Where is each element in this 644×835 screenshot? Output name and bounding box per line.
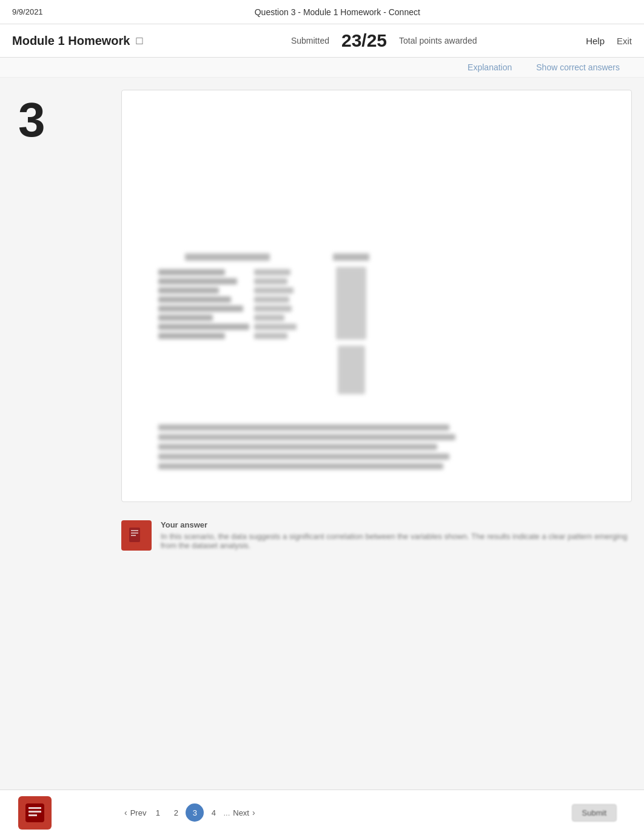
blurred-value-3	[254, 287, 293, 293]
next-button[interactable]: Next ›	[233, 808, 255, 817]
blurred-footer-text	[158, 424, 455, 469]
blurred-chart-left	[158, 253, 297, 394]
answer-icon	[121, 520, 152, 551]
blurred-values-col	[254, 269, 297, 339]
answer-text: In this scenario, the data suggests a si…	[161, 532, 632, 550]
blurred-value-4	[254, 297, 289, 303]
blurred-line-1	[158, 269, 225, 275]
bottom-toolbar: ‹ Prev 1 2 3 4 ... Next › Submit	[0, 790, 644, 835]
header-center: Submitted 23/25 Total points awarded	[260, 30, 508, 51]
blurred-value-2	[254, 278, 287, 284]
svg-rect-1	[131, 530, 138, 531]
svg-rect-7	[29, 814, 37, 816]
sub-header: Explanation Show correct answers	[0, 58, 644, 78]
logo-icon	[24, 802, 45, 823]
blurred-value-6	[254, 315, 284, 321]
nav-numbers: 1 2 3 4 ...	[149, 803, 230, 822]
next-arrow-icon: ›	[252, 808, 255, 817]
answer-doc-icon	[127, 526, 146, 545]
question-number: 3	[12, 90, 109, 150]
blurred-label-row	[158, 269, 249, 275]
svg-rect-3	[131, 535, 136, 536]
blurred-value-7	[254, 324, 297, 330]
question-area: Your answer In this scenario, the data s…	[121, 90, 632, 557]
blurred-footer-line-2	[158, 434, 455, 440]
date-label: 9/9/2021	[12, 7, 43, 16]
help-button[interactable]: Help	[586, 36, 605, 46]
page-title: Question 3 - Module 1 Homework - Connect	[255, 7, 420, 17]
bookmark-icon[interactable]: □	[136, 35, 143, 47]
blurred-image-placeholder	[134, 114, 619, 478]
answer-text-area: Your answer In this scenario, the data s…	[161, 520, 632, 550]
blurred-footer-line-4	[158, 454, 449, 460]
blurred-footer-line-5	[158, 463, 443, 469]
blurred-question-content	[134, 114, 619, 478]
explanation-button[interactable]: Explanation	[468, 62, 512, 72]
total-points-label: Total points awarded	[399, 36, 477, 45]
blurred-line-3	[158, 287, 219, 293]
nav-num-1[interactable]: 1	[149, 804, 166, 821]
answer-label: Your answer	[161, 520, 632, 529]
blurred-label-row	[158, 297, 249, 303]
header-right: Help Exit	[508, 36, 632, 46]
prev-label: Prev	[130, 808, 147, 817]
blurred-bar-1	[336, 267, 366, 340]
blurred-label-row	[158, 324, 249, 330]
blurred-chart-title	[185, 253, 270, 261]
prev-button[interactable]: ‹ Prev	[124, 808, 146, 817]
blurred-chart-area	[158, 253, 369, 394]
blurred-line-4	[158, 297, 231, 303]
nav-num-4[interactable]: 4	[205, 804, 222, 821]
svg-rect-2	[131, 532, 138, 534]
blurred-line-8	[158, 333, 225, 339]
blurred-label-row	[158, 306, 249, 312]
blurred-label-row	[158, 287, 249, 293]
svg-rect-6	[29, 811, 41, 813]
answer-section: Your answer In this scenario, the data s…	[121, 514, 632, 557]
blurred-line-5	[158, 306, 243, 312]
question-meta	[12, 150, 103, 158]
blurred-footer-line-1	[158, 424, 449, 431]
left-sidebar: 3	[12, 90, 109, 557]
question-image-container	[121, 90, 632, 502]
blurred-value-1	[254, 269, 290, 275]
blurred-label-row	[158, 315, 249, 321]
bottom-nav-section: ‹ Prev 1 2 3 4 ... Next ›	[124, 803, 255, 822]
module-title: Module 1 Homework	[12, 34, 130, 48]
blurred-value-8	[254, 333, 287, 339]
blurred-line-7	[158, 324, 249, 330]
svg-rect-5	[29, 807, 41, 809]
blurred-label-row	[158, 278, 249, 284]
blurred-labels-col	[158, 269, 249, 339]
blurred-bar-title-1	[333, 253, 369, 261]
svg-rect-4	[25, 803, 44, 822]
nav-ellipsis: ...	[223, 808, 230, 817]
blurred-chart-rows	[158, 264, 297, 339]
header: Module 1 Homework □ Submitted 23/25 Tota…	[0, 24, 644, 58]
blurred-line-6	[158, 315, 213, 321]
main-content: 3	[0, 78, 644, 569]
blurred-label-row	[158, 333, 249, 339]
score-display: 23/25	[341, 30, 387, 51]
submitted-label: Submitted	[291, 36, 329, 45]
submit-button[interactable]: Submit	[572, 804, 617, 822]
app-logo	[18, 796, 52, 830]
next-label: Next	[233, 808, 249, 817]
nav-num-3[interactable]: 3	[186, 803, 204, 822]
show-correct-answers-button[interactable]: Show correct answers	[536, 62, 620, 72]
top-bar: 9/9/2021 Question 3 - Module 1 Homework …	[0, 0, 644, 24]
blurred-chart-right	[333, 253, 369, 394]
prev-arrow-icon: ‹	[124, 808, 127, 817]
blurred-value-5	[254, 306, 292, 312]
blurred-bar-2	[338, 346, 365, 394]
blurred-line-2	[158, 278, 237, 284]
nav-num-2[interactable]: 2	[167, 804, 184, 821]
blurred-footer-line-3	[158, 444, 437, 450]
header-left: Module 1 Homework □	[12, 34, 260, 48]
exit-button[interactable]: Exit	[617, 36, 632, 46]
bottom-right-section: Submit	[572, 804, 626, 822]
